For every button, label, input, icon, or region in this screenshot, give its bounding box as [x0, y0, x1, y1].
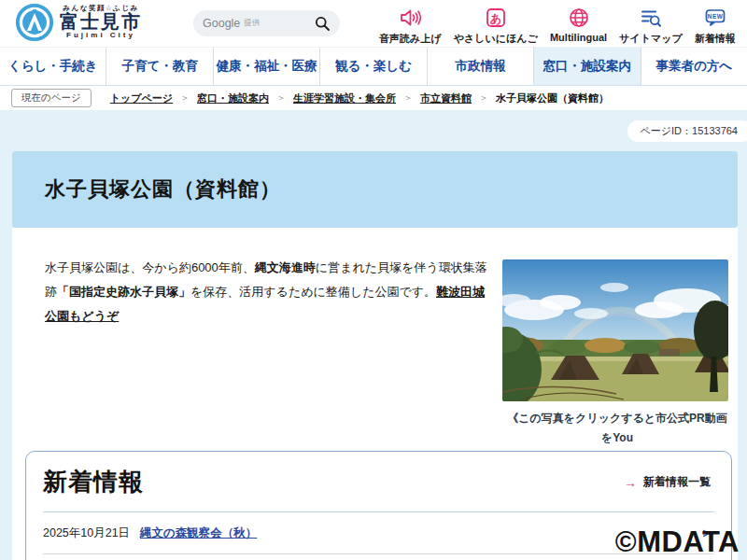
nav-item-jigyosha[interactable]: 事業者の方へ	[641, 48, 747, 85]
breadcrumb-separator: ＞	[403, 91, 413, 105]
breadcrumb-separator: ＞	[180, 91, 190, 105]
main-content: 水子貝塚公園は、今から約6000年前、縄文海進時に営まれた貝塚を伴う環状集落跡「…	[12, 228, 738, 560]
breadcrumb: 現在のページ トップページ ＞ 窓口・施設案内 ＞ 生涯学習施設・集会所 ＞ 市…	[0, 86, 747, 110]
new-badge-icon: NEW	[704, 7, 726, 29]
photo-caption-line1: 《この写真をクリックすると市公式PR動画をYou	[502, 409, 732, 448]
speaker-icon	[398, 7, 422, 29]
globe-icon	[568, 7, 590, 29]
utility-easy-japanese[interactable]: あ やさしいにほんご	[454, 7, 538, 46]
nav-item-madoguchi[interactable]: 窓口・施設案内	[534, 48, 641, 85]
page-id-badge: ページID：15133764	[627, 120, 747, 142]
news-heading: 新着情報	[43, 466, 144, 498]
nav-item-miru[interactable]: 観る・楽しむ	[320, 48, 427, 85]
breadcrumb-link-top[interactable]: トップページ	[110, 91, 173, 105]
utility-multilingual[interactable]: Multilingual	[550, 7, 607, 46]
photo-column: 《この写真をクリックすると市公式PR動画をYou Tubeからご覧いただけます》	[502, 259, 732, 468]
search-provided-label: 提供	[244, 18, 260, 29]
intro-paragraph: 水子貝塚公園は、今から約6000年前、縄文海進時に営まれた貝塚を伴う環状集落跡「…	[45, 256, 489, 468]
mdata-watermark: ©MDATA	[615, 525, 740, 559]
news-list-link-label: 新着情報一覧	[643, 474, 711, 490]
news-row-divider	[43, 553, 714, 554]
intro-row: 水子貝塚公園は、今から約6000年前、縄文海進時に営まれた貝塚を伴う環状集落跡「…	[12, 228, 738, 468]
utility-label: サイトマップ	[619, 32, 683, 46]
arrow-right-icon: →	[624, 475, 637, 490]
breadcrumb-link-shogai[interactable]: 生涯学習施設・集会所	[293, 91, 396, 105]
news-item-link[interactable]: 縄文の森観察会（秋）	[140, 525, 257, 541]
intro-bold: 「国指定史跡水子貝塚」	[57, 285, 190, 299]
nav-item-kenko[interactable]: 健康・福祉・医療	[214, 48, 320, 85]
nav-item-kosodate[interactable]: 子育て・教育	[106, 48, 213, 85]
utility-sitemap[interactable]: サイトマップ	[619, 7, 683, 46]
header-utilities: 音声読み上げ あ やさしいにほんご Multilingual	[379, 7, 736, 46]
site-logo[interactable]: みんな笑顔☆ふじみ 富士見市 Fujimi City	[15, 3, 142, 42]
logo-city-name: 富士見市	[60, 12, 142, 32]
nav-item-shisei[interactable]: 市政情報	[428, 48, 534, 85]
logo-text: みんな笑顔☆ふじみ 富士見市 Fujimi City	[60, 5, 142, 39]
sitemap-search-icon	[640, 7, 662, 29]
page-title: 水子貝塚公園（資料館）	[45, 175, 281, 203]
search-icon[interactable]	[314, 15, 331, 32]
nav-item-kurashi[interactable]: くらし・手続き	[0, 48, 106, 85]
news-date: 2025年10月21日	[43, 525, 140, 541]
utility-label: やさしいにほんご	[454, 32, 538, 46]
breadcrumb-link-madoguchi[interactable]: 窓口・施設案内	[197, 91, 269, 105]
breadcrumb-current-label: 現在のページ	[11, 89, 92, 107]
title-banner: 水子貝塚公園（資料館）	[12, 151, 738, 228]
logo-city-name-en: Fujimi City	[60, 32, 142, 39]
breadcrumb-link-shiryokan[interactable]: 市立資料館	[420, 91, 472, 105]
search-provider-label: Google	[203, 17, 240, 30]
news-header: 新着情報 → 新着情報一覧	[26, 452, 731, 511]
intro-text: を保存、活用するために整備した公園です。	[190, 285, 436, 299]
intro-bold: 縄文海進時	[255, 260, 316, 274]
breadcrumb-separator: ＞	[479, 91, 488, 105]
utility-text-to-speech[interactable]: 音声読み上げ	[379, 7, 442, 46]
utility-news[interactable]: NEW 新着情報	[695, 7, 736, 46]
breadcrumb-current-page: 水子貝塚公園（資料館）	[496, 91, 609, 105]
search-input[interactable]: Google 提供	[193, 10, 340, 36]
svg-text:NEW: NEW	[708, 13, 724, 20]
utility-label: 音声読み上げ	[379, 32, 442, 46]
fujimi-city-emblem-icon	[15, 3, 54, 42]
global-nav: くらし・手続き 子育て・教育 健康・福祉・医療 観る・楽しむ 市政情報 窓口・施…	[0, 47, 747, 87]
breadcrumb-separator: ＞	[276, 91, 286, 105]
utility-label: 新着情報	[695, 32, 736, 46]
intro-text: 水子貝塚公園は、今から約6000年前、	[45, 260, 255, 274]
utility-label: Multilingual	[550, 32, 607, 43]
news-list-link[interactable]: → 新着情報一覧	[624, 474, 711, 490]
park-photo[interactable]	[502, 259, 728, 401]
hiragana-a-icon: あ	[485, 7, 507, 29]
svg-text:あ: あ	[490, 12, 501, 25]
site-header: みんな笑顔☆ふじみ 富士見市 Fujimi City Google 提供 音声読…	[0, 0, 747, 47]
